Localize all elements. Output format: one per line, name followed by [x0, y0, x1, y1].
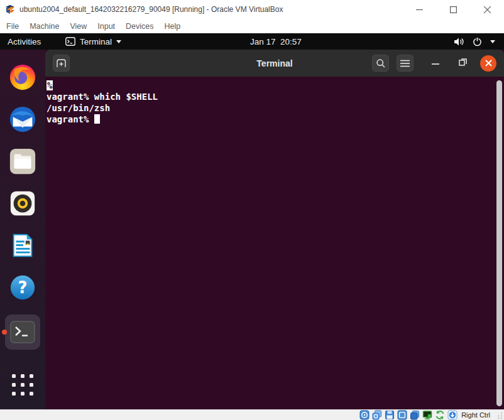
close-icon[interactable] [470, 0, 504, 19]
gnome-topbar: Activities Terminal Jan 17 20:57 [0, 33, 504, 50]
terminal-line: vagrant% [47, 114, 504, 125]
terminal-icon [65, 37, 75, 46]
new-tab-icon [56, 58, 67, 68]
terminal-line: % [47, 80, 504, 91]
menu-view[interactable]: View [70, 22, 87, 31]
dock-item-help[interactable]: ? [8, 272, 38, 303]
shared-clipboard-icon[interactable] [435, 410, 445, 420]
terminal-scrollbar[interactable] [496, 80, 502, 406]
rhythmbox-icon [8, 189, 37, 218]
chevron-down-icon [490, 40, 495, 43]
menu-button[interactable] [397, 55, 414, 72]
maximize-icon[interactable] [436, 0, 470, 19]
vm-display: Activities Terminal Jan 17 20:57 [0, 33, 504, 409]
floppy-icon[interactable] [385, 410, 395, 420]
search-button[interactable] [372, 55, 389, 72]
terminal-window: Terminal [45, 50, 504, 409]
window-title: ubuntu2004_default_1642032216279_90049 [… [19, 0, 283, 19]
chevron-down-icon [116, 40, 121, 43]
help-icon: ? [8, 273, 37, 302]
terminal-line: /usr/bin/zsh [47, 102, 504, 114]
host-titlebar: ubuntu2004_default_1642032216279_90049 [… [0, 0, 504, 19]
minimize-icon[interactable] [431, 58, 440, 69]
firefox-icon [8, 63, 37, 92]
host-key-label: Right Ctrl [461, 411, 490, 419]
hamburger-menu-icon [400, 60, 410, 67]
activities-button[interactable]: Activities [8, 37, 41, 46]
clock[interactable]: Jan 17 20:57 [250, 37, 302, 46]
files-icon [8, 147, 37, 176]
host-key-icon[interactable] [447, 410, 457, 420]
app-menu-label: Terminal [80, 37, 112, 46]
display-icon[interactable] [397, 410, 407, 420]
dock-item-firefox[interactable] [8, 62, 38, 92]
terminal-header[interactable]: Terminal [45, 50, 504, 77]
hard-disk-icon[interactable] [359, 410, 370, 420]
volume-icon [454, 37, 464, 46]
text-cursor [94, 114, 100, 124]
system-status-area[interactable] [454, 33, 504, 50]
terminal-line: vagrant% which $SHELL [47, 91, 504, 102]
terminal-icon [9, 320, 36, 344]
prompt-text: vagrant% [47, 114, 94, 124]
libreoffice-writer-icon [8, 231, 37, 260]
dock-item-libreoffice-writer[interactable] [8, 230, 38, 261]
menu-file[interactable]: File [6, 22, 19, 31]
optical-drives-icon[interactable] [372, 410, 382, 420]
partial-line-marker: % [47, 80, 53, 90]
search-icon [376, 58, 386, 68]
thunderbird-icon [8, 105, 37, 134]
dock-item-thunderbird[interactable] [8, 104, 38, 134]
resize-grip[interactable] [496, 411, 503, 419]
svg-text:?: ? [18, 278, 27, 297]
vbox-statusbar: Right Ctrl [0, 409, 504, 420]
app-grid-icon[interactable] [12, 374, 33, 396]
network-icon[interactable] [422, 410, 432, 420]
running-indicator-dot [2, 330, 7, 335]
terminal-content[interactable]: % vagrant% which $SHELL /usr/bin/zsh vag… [45, 77, 504, 409]
menu-help[interactable]: Help [165, 22, 181, 31]
host-menubar: File Machine View Input Devices Help [0, 19, 504, 33]
close-icon[interactable] [480, 55, 496, 72]
usb-icon[interactable] [410, 410, 420, 420]
app-menu[interactable]: Terminal [65, 37, 121, 46]
restore-icon[interactable] [458, 57, 468, 69]
menu-input[interactable]: Input [97, 22, 115, 31]
virtualbox-logo-icon [5, 4, 15, 14]
minimize-icon[interactable] [402, 0, 436, 19]
dock: ? [0, 50, 45, 409]
new-tab-button[interactable] [53, 55, 70, 72]
window-controls [402, 0, 504, 19]
dock-item-rhythmbox[interactable] [8, 188, 38, 218]
dock-item-files[interactable] [8, 146, 38, 176]
power-icon [473, 37, 482, 46]
menu-machine[interactable]: Machine [30, 22, 59, 31]
dock-item-terminal[interactable] [5, 315, 40, 350]
menu-devices[interactable]: Devices [126, 22, 153, 31]
